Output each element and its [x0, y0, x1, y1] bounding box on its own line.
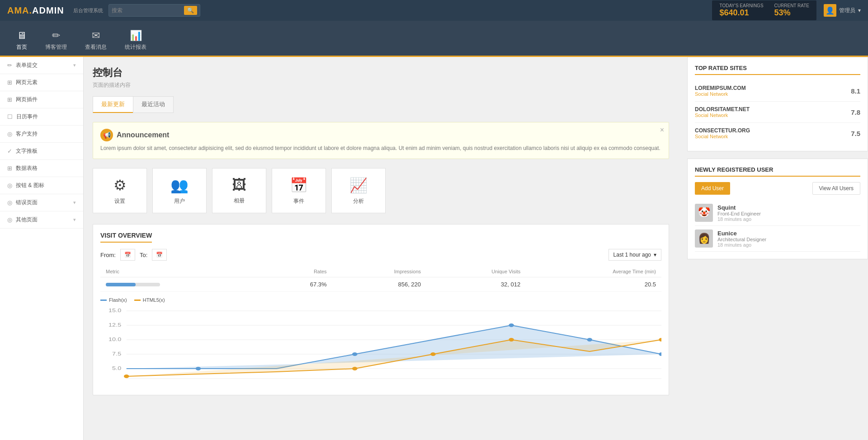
icon-box-events-label: 事件 — [293, 197, 304, 205]
site-category-1: Social Network — [695, 112, 750, 118]
calendar-icon: ☐ — [7, 113, 13, 120]
svg-text:15.0: 15.0 — [108, 308, 121, 313]
nav-blog-label: 博客管理 — [45, 43, 67, 51]
calendar-to-icon: 📅 — [156, 252, 163, 258]
time-dropdown-label: Last 1 hour ago — [613, 252, 651, 258]
sidebar-item-other-pages[interactable]: ◎其他页面 ▾ — [0, 211, 83, 229]
announcement-title: 📢 Announcement — [100, 129, 661, 141]
nav-item-stats[interactable]: 📊 统计报表 — [116, 25, 156, 56]
rate-label: CURRENT RATE — [774, 3, 809, 8]
col-rates: Rates — [263, 266, 332, 277]
sidebar-item-error-pages[interactable]: ◎错误页面 ▾ — [0, 194, 83, 211]
view-all-users-button[interactable]: View All Users — [812, 182, 860, 195]
icon-box-gallery[interactable]: 🖼 相册 — [212, 168, 266, 213]
announcement-text: Lorem ipsum dolor sit amet, consectetur … — [100, 144, 661, 152]
top-header: AMA.ADMIN 后台管理系统 🔍 TODAY'S EARNINGS $640… — [0, 0, 868, 21]
metric-avg-time: 20.5 — [526, 277, 661, 292]
analytics-icon: 📈 — [349, 177, 368, 194]
page-description: 页面的描述内容 — [93, 81, 669, 89]
icon-box-settings-label: 设置 — [114, 197, 125, 205]
announcement-panel: 📢 Announcement Lorem ipsum dolor sit ame… — [93, 122, 669, 159]
logo-ama: AMA — [7, 5, 29, 16]
sidebar-item-text-template[interactable]: ✓文字推板 — [0, 143, 83, 160]
icon-box-events[interactable]: 📅 事件 — [272, 168, 326, 213]
legend-html5: HTML5(x) — [134, 297, 165, 303]
search-input[interactable] — [112, 7, 184, 14]
metric-impressions: 856, 220 — [332, 277, 426, 292]
main-content-row: 控制台 页面的描述内容 最新更新 最近活动 📢 Announcement Lor… — [84, 57, 868, 440]
flash-dot — [352, 352, 358, 356]
site-category-2: Social Network — [695, 134, 750, 139]
visit-overview-panel: VISIT OVERVIEW From: 📅 To: 📅 Last 1 hour… — [93, 224, 669, 395]
site-category-0: Social Network — [695, 91, 746, 97]
user-time-1: 18 minutes ago — [717, 242, 766, 248]
home-icon: 🖥 — [17, 30, 27, 42]
table-icon: ⊞ — [7, 165, 12, 172]
rate-value: 53% — [774, 8, 809, 18]
flash-dot — [587, 338, 592, 342]
nav-item-blog[interactable]: ✏ 博客管理 — [36, 25, 76, 56]
icon-box-analytics[interactable]: 📈 分析 — [331, 168, 386, 213]
tab-latest-update[interactable]: 最新更新 — [93, 96, 133, 113]
sidebar-item-form-submit[interactable]: ✏表单提交 ▾ — [0, 57, 83, 74]
icon-boxes: ⚙ 设置 👥 用户 🖼 相册 📅 事件 📈 分析 — [93, 168, 669, 213]
user-name-0: Squint — [717, 204, 761, 211]
new-users-panel: NEWLY REGISTERED USER Add User View All … — [687, 159, 868, 259]
icon-box-gallery-label: 相册 — [234, 197, 245, 205]
close-icon[interactable]: × — [660, 126, 664, 134]
chart-legend: Flash(x) HTML5(x) — [100, 297, 661, 303]
time-dropdown[interactable]: Last 1 hour ago ▾ — [609, 249, 661, 261]
sidebar-item-web-elements[interactable]: ⊞网页元素 — [0, 74, 83, 91]
chart-area: 15.0 12.5 10.0 7.5 5.0 — [100, 306, 661, 388]
svg-text:10.0: 10.0 — [108, 337, 121, 342]
sidebar-item-web-widgets[interactable]: ⊞网页插件 — [0, 91, 83, 108]
rated-item-0: LOREMIPSUM.COM Social Network 8.1 — [695, 80, 860, 102]
sidebar-item-calendar[interactable]: ☐日历事件 — [0, 108, 83, 126]
user-item-1: 👩 Eunice Architectural Designer 18 minut… — [695, 226, 860, 252]
nav-bar: 🖥 首页 ✏ 博客管理 ✉ 查看消息 📊 统计报表 — [0, 21, 868, 57]
date-row: From: 📅 To: 📅 Last 1 hour ago ▾ — [100, 249, 661, 261]
admin-badge[interactable]: 👤 管理员 ▾ — [824, 4, 861, 17]
search-box[interactable]: 🔍 — [108, 4, 200, 17]
tab-recent-activity[interactable]: 最近活动 — [133, 96, 174, 113]
tab-bar: 最新更新 最近活动 — [93, 96, 669, 113]
admin-dropdown-icon[interactable]: ▾ — [858, 7, 861, 14]
visit-overview-title: VISIT OVERVIEW — [100, 232, 152, 243]
content-area: 控制台 页面的描述内容 最新更新 最近活动 📢 Announcement Lor… — [84, 57, 678, 440]
from-date-input[interactable]: 📅 — [120, 249, 135, 261]
site-name-1: DOLORSITAMET.NET — [695, 106, 750, 112]
sidebar: ✏表单提交 ▾ ⊞网页元素 ⊞网页插件 ☐日历事件 ◎客户支持 ✓文字推板 ⊞数… — [0, 57, 84, 440]
users-icon: 👥 — [170, 177, 189, 194]
rated-item-1: DOLORSITAMET.NET Social Network 7.8 — [695, 102, 860, 123]
metrics-table: Metric Rates Impressions Unique Visits A… — [100, 266, 661, 292]
icon-box-users[interactable]: 👥 用户 — [152, 168, 207, 213]
sidebar-item-buttons[interactable]: ◎按钮 & 图标 — [0, 177, 83, 194]
sidebar-item-support[interactable]: ◎客户支持 — [0, 126, 83, 143]
earnings-section: TODAY'S EARNINGS $640.01 CURRENT RATE 53… — [712, 0, 816, 20]
sidebar-item-data-table[interactable]: ⊞数据表格 — [0, 160, 83, 177]
icon-box-users-label: 用户 — [174, 197, 185, 205]
earnings-block: TODAY'S EARNINGS $640.01 — [719, 3, 763, 18]
search-button[interactable]: 🔍 — [184, 6, 197, 15]
messages-icon: ✉ — [92, 30, 100, 42]
main-layout: ✏表单提交 ▾ ⊞网页元素 ⊞网页插件 ☐日历事件 ◎客户支持 ✓文字推板 ⊞数… — [0, 57, 868, 440]
chevron-down-icon-3: ▾ — [73, 217, 76, 223]
logo-admin: ADMIN — [32, 5, 64, 16]
header-right: TODAY'S EARNINGS $640.01 CURRENT RATE 53… — [712, 0, 861, 20]
metric-rates: 67.3% — [263, 277, 332, 292]
nav-item-messages[interactable]: ✉ 查看消息 — [76, 25, 116, 56]
chevron-dropdown-icon: ▾ — [654, 252, 656, 258]
user-info-0: Squint Front-End Engineer 18 minutes ago — [717, 204, 761, 222]
icon-box-settings[interactable]: ⚙ 设置 — [93, 168, 147, 213]
events-icon: 📅 — [290, 177, 308, 194]
user-time-0: 18 minutes ago — [717, 216, 761, 222]
page-title: 控制台 — [93, 66, 669, 80]
to-date-input[interactable]: 📅 — [152, 249, 167, 261]
add-user-button[interactable]: Add User — [695, 182, 730, 195]
other-icon: ◎ — [7, 216, 12, 223]
user-actions: Add User View All Users — [695, 182, 860, 195]
col-avg-time: Average Time (min) — [526, 266, 661, 277]
table-row: 67.3% 856, 220 32, 012 20.5 — [100, 277, 661, 292]
admin-label: 管理员 — [839, 7, 855, 14]
nav-item-home[interactable]: 🖥 首页 — [7, 25, 36, 57]
